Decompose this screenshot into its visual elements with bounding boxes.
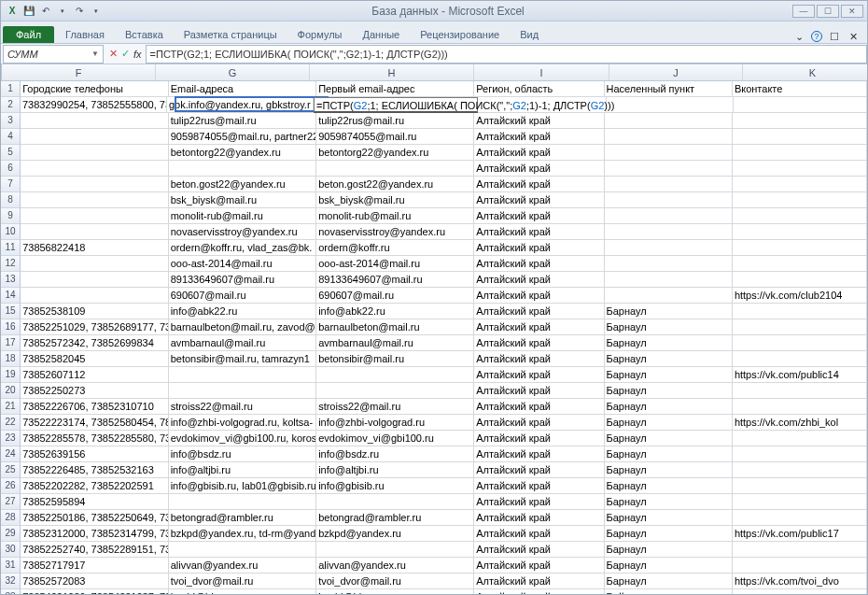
undo-icon[interactable]: ↶	[38, 4, 53, 19]
row-header[interactable]: 26	[1, 478, 21, 494]
cell[interactable]	[169, 161, 317, 177]
row-header[interactable]: 30	[1, 542, 21, 558]
column-header[interactable]: H	[310, 64, 474, 80]
restore-window-icon[interactable]: ☐	[828, 30, 841, 43]
cell[interactable]: Алтайский край	[474, 574, 604, 589]
save-icon[interactable]: 💾	[21, 4, 36, 19]
cell[interactable]: 73856822418	[21, 240, 169, 256]
cell[interactable]: tulip22rus@mail.ru	[316, 113, 474, 129]
cell[interactable]: Барнаул	[605, 383, 733, 399]
cell[interactable]: bzkpd@yandex.ru	[316, 526, 474, 542]
row-header[interactable]: 19	[1, 367, 21, 383]
cell[interactable]: Алтайский край	[474, 351, 604, 367]
cell[interactable]: betontorg22@yandex.ru	[316, 145, 474, 161]
ribbon-tab[interactable]: Главная	[58, 26, 112, 43]
cell[interactable]: Алтайский край	[474, 415, 604, 431]
cell[interactable]	[169, 542, 317, 558]
cell[interactable]	[316, 542, 474, 558]
cell[interactable]: evdokimov_vi@gbi100.ru	[316, 431, 474, 446]
cell[interactable]: 73852312000, 73852314799, 7385	[21, 526, 169, 542]
row-header[interactable]: 17	[1, 335, 21, 351]
fx-icon[interactable]: fx	[133, 49, 142, 60]
cell[interactable]: Алтайский край	[474, 319, 604, 335]
row-header[interactable]: 12	[1, 256, 21, 272]
cell[interactable]	[733, 304, 867, 319]
cell[interactable]: Email-адреса	[169, 81, 317, 97]
cell[interactable]	[733, 192, 867, 208]
cell[interactable]	[605, 177, 733, 192]
cell[interactable]: Алтайский край	[474, 129, 604, 145]
cell[interactable]: 73852251029, 73852689177, 7385	[21, 319, 169, 335]
ribbon-tab[interactable]: Данные	[355, 26, 407, 43]
cell[interactable]: Барнаул	[605, 319, 733, 335]
cell[interactable]: Алтайский край	[474, 494, 604, 510]
cell[interactable]	[733, 478, 867, 494]
cell[interactable]: 73852226485, 73852532163	[21, 462, 169, 478]
cell[interactable]: 73852202282, 73852202591	[21, 478, 169, 494]
cell[interactable]: info@zhbi-volgograd.ru, koltsa-	[169, 415, 317, 431]
cell[interactable]: info@abk22.ru	[169, 304, 317, 319]
cell[interactable]: gbk.info@yandex.ru, gbkstroy.r	[167, 97, 314, 113]
cell[interactable]: Алтайский край	[474, 288, 604, 304]
cell[interactable]: 73832990254, 73852555800, 7385	[21, 97, 167, 113]
cell[interactable]	[733, 208, 867, 224]
cell[interactable]: barnaulbeton@mail.ru	[316, 319, 474, 335]
cell[interactable]: avmbarnaul@mail.ru	[169, 335, 317, 351]
cell[interactable]: info@altjbi.ru	[316, 462, 474, 478]
minimize-button[interactable]: —	[792, 5, 815, 18]
row-header[interactable]: 27	[1, 494, 21, 510]
cell[interactable]: 73852582045	[21, 351, 169, 367]
row-header[interactable]: 3	[1, 113, 21, 129]
cell[interactable]	[316, 367, 474, 383]
cell[interactable]: 73852538109	[21, 304, 169, 319]
cell[interactable]: Городские телефоны	[21, 81, 169, 97]
cell[interactable]	[21, 256, 169, 272]
name-box[interactable]: СУММ ▼	[3, 45, 104, 64]
cell[interactable]	[733, 589, 867, 594]
cell[interactable]: bzgbi@bk.ru	[316, 589, 474, 594]
cell[interactable]: Первый email-адрес	[316, 81, 474, 97]
cell[interactable]	[733, 462, 867, 478]
cell[interactable]: https://vk.com/zhbi_kol	[733, 415, 867, 431]
cell[interactable]: Алтайский край	[474, 367, 604, 383]
cell[interactable]: Населенный пункт	[605, 81, 733, 97]
cell[interactable]: https://vk.com/public14	[733, 367, 867, 383]
cell[interactable]	[733, 510, 867, 526]
row-header[interactable]: 31	[1, 558, 21, 574]
cell[interactable]	[733, 335, 867, 351]
formula-input[interactable]: =ПСТР(G2;1; ЕСЛИОШИБКА( ПОИСК(",";G2;1)-…	[146, 45, 867, 64]
cell[interactable]: Алтайский край	[474, 383, 604, 399]
cell[interactable]: Алтайский край	[474, 526, 604, 542]
row-header[interactable]: 20	[1, 383, 21, 399]
cell[interactable]: Барнаул	[605, 574, 733, 589]
cell[interactable]: tvoi_dvor@mail.ru	[316, 574, 474, 589]
cell[interactable]	[733, 431, 867, 446]
cell[interactable]	[605, 224, 733, 240]
column-header[interactable]: G	[156, 64, 310, 80]
cell[interactable]	[733, 494, 867, 510]
ribbon-tab[interactable]: Формулы	[290, 26, 350, 43]
cell[interactable]: Алтайский край	[474, 177, 604, 192]
cell[interactable]: Алтайский край	[474, 208, 604, 224]
cell[interactable]	[733, 319, 867, 335]
cell[interactable]	[316, 383, 474, 399]
cell[interactable]: bsk_biysk@mail.ru	[169, 192, 317, 208]
cell[interactable]: Алтайский край	[474, 272, 604, 288]
cell[interactable]: Барнаул	[605, 399, 733, 415]
cell[interactable]: https://vk.com/club2104	[733, 288, 867, 304]
cell[interactable]: Алтайский край	[474, 446, 604, 462]
cell[interactable]: Алтайский край	[474, 558, 604, 574]
column-header[interactable]: I	[474, 64, 609, 80]
row-header[interactable]: 7	[1, 177, 21, 192]
cell[interactable]: Алтайский край	[474, 335, 604, 351]
cell[interactable]	[21, 129, 169, 145]
ribbon-tab[interactable]: Разметка страницы	[176, 26, 285, 43]
cell[interactable]	[733, 542, 867, 558]
cell[interactable]: https://vk.com/tvoi_dvo	[733, 574, 867, 589]
cell[interactable]: stroiss22@mail.ru	[316, 399, 474, 415]
cell[interactable]: betontorg22@yandex.ru	[169, 145, 317, 161]
cell[interactable]: ordern@koffr.ru, vlad_zas@bk.	[169, 240, 317, 256]
cell[interactable]	[21, 177, 169, 192]
row-header[interactable]: 2	[1, 97, 21, 113]
help-icon[interactable]: ?	[811, 31, 822, 42]
